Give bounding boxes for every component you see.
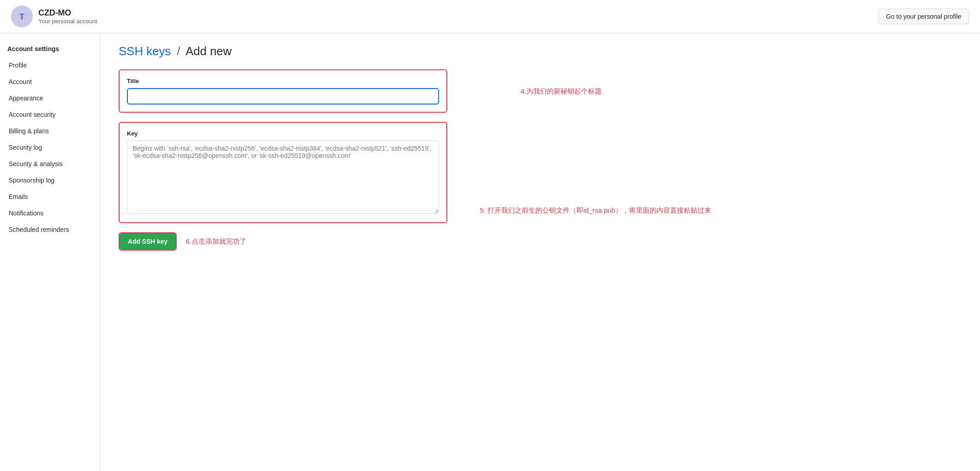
add-ssh-key-button[interactable]: Add SSH key — [120, 233, 176, 250]
sidebar-item-account-security[interactable]: Account security — [0, 106, 100, 123]
breadcrumb-separator: / — [177, 44, 180, 58]
sidebar-item-scheduled-reminders[interactable]: Scheduled reminders — [0, 221, 100, 238]
sidebar-item-security-analysis[interactable]: Security & analysis — [0, 156, 100, 172]
breadcrumb-link[interactable]: SSH keys — [119, 44, 171, 58]
header: T CZD-MO Your personal account Go to you… — [0, 0, 980, 33]
sidebar: Account settings Profile Account Appeara… — [0, 33, 100, 471]
sidebar-item-account[interactable]: Account — [0, 73, 100, 90]
key-textarea[interactable] — [127, 141, 439, 214]
header-left: T CZD-MO Your personal account — [11, 5, 97, 27]
sidebar-heading: Account settings — [0, 41, 100, 57]
title-label: Title — [127, 78, 439, 84]
breadcrumb-current: Add new — [185, 44, 231, 58]
main-content: SSH keys / Add new Title 4.为我们的新秘钥起个标题 K… — [100, 33, 980, 471]
username: CZD-MO — [38, 8, 97, 18]
user-info: CZD-MO Your personal account — [38, 8, 97, 25]
user-subtitle: Your personal account — [38, 18, 97, 25]
sidebar-item-security-log[interactable]: Security log — [0, 139, 100, 156]
sidebar-item-notifications[interactable]: Notifications — [0, 205, 100, 221]
title-form-section: Title 4.为我们的新秘钥起个标题 — [119, 69, 447, 113]
go-to-profile-button[interactable]: Go to your personal profile — [878, 9, 969, 24]
annotation-key: 5. 打开我们之前生的公钥文件（即id_rsa.pub），将里面的内容直接粘贴过… — [480, 206, 711, 215]
page-title: SSH keys / Add new — [119, 44, 962, 58]
annotation-button: 6.点击添加就完功了 — [186, 237, 246, 246]
annotation-title: 4.为我们的新秘钥起个标题 — [520, 87, 602, 95]
add-ssh-btn-wrapper: Add SSH key — [119, 232, 177, 251]
sidebar-item-sponsorship-log[interactable]: Sponsorship log — [0, 172, 100, 188]
key-form-section: Key 5. 打开我们之前生的公钥文件（即id_rsa.pub），将里面的内容直… — [119, 122, 447, 223]
avatar: T — [11, 5, 33, 27]
key-label: Key — [127, 130, 439, 137]
sidebar-item-profile[interactable]: Profile — [0, 57, 100, 73]
svg-text:T: T — [20, 12, 25, 21]
sidebar-item-billing[interactable]: Billing & plans — [0, 123, 100, 139]
sidebar-item-appearance[interactable]: Appearance — [0, 90, 100, 106]
title-input[interactable] — [127, 88, 439, 105]
sidebar-item-emails[interactable]: Emails — [0, 188, 100, 205]
button-section: Add SSH key 6.点击添加就完功了 — [119, 232, 962, 251]
layout: Account settings Profile Account Appeara… — [0, 33, 980, 471]
